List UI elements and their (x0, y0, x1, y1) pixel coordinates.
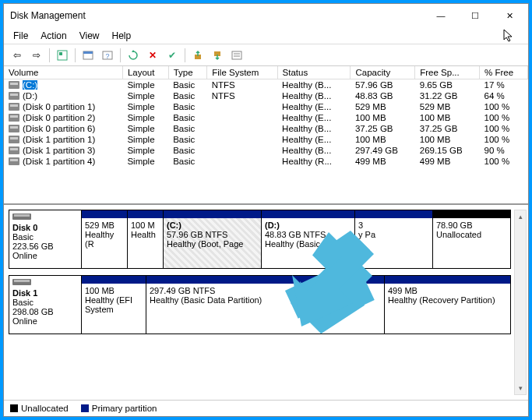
partition[interactable]: (C:)57.96 GB NTFSHealthy (Boot, Page (163, 210, 261, 268)
column-header[interactable]: Type (168, 66, 207, 79)
table-row[interactable]: (Disk 0 partition 6)SimpleBasicHealthy (… (4, 123, 528, 134)
table-row[interactable]: (Disk 1 partition 1)SimpleBasicHealthy (… (4, 134, 528, 145)
window-title: Disk Management (10, 10, 424, 21)
toolbar: ⇦ ⇨ ? ✕ ✔ (4, 44, 528, 66)
partition[interactable]: 3y Pa (354, 210, 432, 268)
drive-icon (9, 146, 19, 154)
column-header[interactable]: % Free (480, 66, 528, 79)
partition[interactable]: 78.90 GBUnallocated (432, 210, 510, 268)
help-icon[interactable]: ? (99, 47, 116, 64)
properties-icon[interactable] (79, 47, 97, 64)
menu-help[interactable]: Help (106, 29, 138, 43)
detach-icon[interactable] (209, 47, 226, 64)
menubar: File Action View Help (4, 27, 528, 44)
partition[interactable]: 100 MHealth (127, 210, 163, 268)
legend-primary: Primary partition (81, 404, 157, 413)
column-header[interactable]: Free Sp... (415, 66, 480, 79)
svg-rect-3 (83, 51, 93, 54)
partition[interactable]: (D:)48.83 GB NTFSHealthy (Basic Data (261, 210, 354, 268)
table-row[interactable]: (C:)SimpleBasicNTFSHealthy (B...57.96 GB… (4, 79, 528, 91)
menu-view[interactable]: View (73, 29, 106, 43)
delete-icon[interactable]: ✕ (144, 47, 161, 64)
drive-icon (9, 125, 19, 132)
legend: Unallocated Primary partition (4, 400, 528, 416)
close-button[interactable]: ✕ (492, 5, 527, 26)
disk-row: Disk 1Basic298.08 GBOnline100 MBHealthy … (9, 275, 511, 334)
list-icon[interactable] (228, 47, 245, 64)
volume-list[interactable]: VolumeLayoutTypeFile SystemStatusCapacit… (4, 66, 528, 205)
disk-graph-area: Disk 0Basic223.56 GBOnline529 MBHealthy … (4, 205, 528, 400)
minimize-button[interactable]: — (424, 5, 458, 26)
forward-icon[interactable]: ⇨ (28, 47, 45, 64)
drive-icon (9, 81, 19, 89)
partition[interactable]: 499 MBHealthy (Recovery Partition) (384, 276, 510, 334)
table-row[interactable]: (Disk 0 partition 2)SimpleBasicHealthy (… (4, 112, 528, 123)
titlebar: Disk Management — ☐ ✕ (4, 4, 528, 27)
drive-icon (9, 136, 19, 143)
separator (75, 48, 76, 62)
disk-label[interactable]: Disk 0Basic223.56 GBOnline (9, 210, 82, 268)
table-row[interactable]: (Disk 1 partition 3)SimpleBasicHealthy (… (4, 145, 528, 156)
back-icon[interactable]: ⇦ (9, 47, 26, 64)
table-row[interactable]: (Disk 0 partition 1)SimpleBasicHealthy (… (4, 101, 528, 112)
drive-icon (9, 92, 19, 100)
separator (120, 48, 121, 62)
svg-rect-1 (59, 52, 62, 55)
column-header[interactable]: Layout (122, 66, 168, 79)
drive-icon (9, 157, 19, 165)
menu-action[interactable]: Action (34, 29, 72, 43)
disk-icon (12, 279, 31, 285)
refresh-icon[interactable] (125, 47, 142, 64)
table-row[interactable]: (Disk 1 partition 4)SimpleBasicHealthy (… (4, 156, 528, 167)
menu-file[interactable]: File (7, 29, 34, 43)
disk-icon (12, 214, 31, 220)
column-header[interactable]: File System (207, 66, 277, 79)
disk-row: Disk 0Basic223.56 GBOnline529 MBHealthy … (9, 210, 511, 269)
separator (185, 48, 185, 62)
drive-icon (9, 103, 19, 111)
scrollbar[interactable]: ▴ ▾ (514, 210, 527, 395)
maximize-button[interactable]: ☐ (458, 5, 492, 26)
legend-unallocated: Unallocated (10, 404, 69, 413)
check-icon[interactable]: ✔ (164, 47, 181, 64)
column-header[interactable]: Capacity (351, 66, 415, 79)
column-header[interactable]: Status (277, 66, 351, 79)
column-header[interactable]: Volume (4, 66, 122, 79)
show-hide-icon[interactable] (54, 47, 71, 64)
scroll-up-icon[interactable]: ▴ (515, 210, 526, 223)
partition[interactable]: 100 MBHealthy (EFI System (82, 276, 146, 334)
separator (49, 48, 50, 62)
drive-icon (9, 114, 19, 122)
attach-icon[interactable] (189, 47, 206, 64)
table-row[interactable]: (D:)SimpleBasicNTFSHealthy (B...48.83 GB… (4, 90, 528, 101)
disk-label[interactable]: Disk 1Basic298.08 GBOnline (9, 276, 82, 334)
partition[interactable]: 297.49 GB NTFSHealthy (Basic Data Partit… (146, 276, 384, 334)
scroll-down-icon[interactable]: ▾ (515, 382, 526, 394)
svg-text:?: ? (105, 52, 109, 60)
svg-rect-8 (232, 51, 241, 59)
partition[interactable]: 529 MBHealthy (R (82, 210, 127, 268)
